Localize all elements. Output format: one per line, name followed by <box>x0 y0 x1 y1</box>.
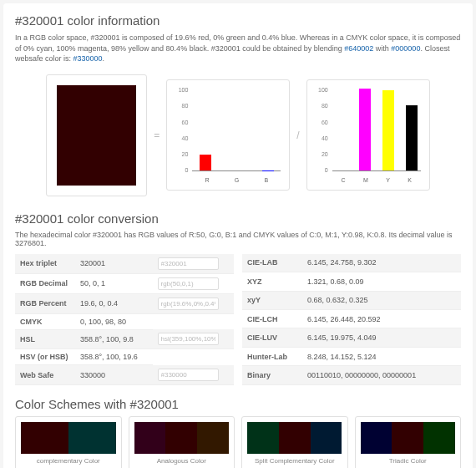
main-swatch <box>57 85 136 186</box>
rgb-chart-panel: 100806040200RGB <box>166 79 290 191</box>
copy-input[interactable] <box>158 277 219 290</box>
scheme-card[interactable]: Split Complementary Color <box>241 416 348 468</box>
cmyk-chart-panel: 100806040200CMYK <box>306 79 430 191</box>
scheme-label: Analogous Color <box>134 457 230 465</box>
scheme-label: Split Complementary Color <box>247 457 342 465</box>
table-row: CIE-LUV6.145, 19.975, 4.049 <box>242 328 461 347</box>
blend-link-2[interactable]: #000000 <box>391 44 420 53</box>
bar-K <box>406 105 418 171</box>
table-row: RGB Decimal50, 0, 1 <box>15 273 234 293</box>
bar-Y <box>382 90 394 170</box>
copy-input[interactable] <box>158 369 219 381</box>
table-row: RGB Percent19.6, 0, 0.4 <box>15 293 234 313</box>
copy-input[interactable] <box>158 298 219 310</box>
scheme-label: Triadic Color <box>361 457 456 465</box>
copy-input[interactable] <box>158 257 219 270</box>
equals-icon: = <box>154 130 160 141</box>
table-row: CIE-LAB6.145, 24.758, 9.302 <box>242 254 461 272</box>
conversion-title: #320001 color conversion <box>15 211 461 226</box>
conversion-table-left: Hex triplet320001RGB Decimal50, 0, 1RGB … <box>15 254 234 385</box>
charts-row: = 100806040200RGB / 100806040200CMYK <box>15 74 461 196</box>
bar-R <box>200 155 211 170</box>
bar-M <box>359 89 371 170</box>
schemes-row-1: complementary ColorAnalogous ColorSplit … <box>15 416 461 468</box>
scheme-card[interactable]: complementary Color <box>15 416 122 468</box>
scheme-card[interactable]: Analogous Color <box>129 416 235 468</box>
table-row: xyY0.68, 0.632, 0.325 <box>242 291 461 309</box>
websafe-link[interactable]: #330000 <box>73 54 103 63</box>
intro-text: In a RGB color space, #320001 is compose… <box>15 33 461 64</box>
table-row: Web Safe330000 <box>15 365 234 385</box>
table-row: HSL358.8°, 100, 9.8 <box>15 329 234 349</box>
table-row: XYZ1.321, 0.68, 0.09 <box>242 272 461 291</box>
table-row: HSV (or HSB)358.8°, 100, 19.6 <box>15 349 234 365</box>
blend-link-1[interactable]: #640002 <box>344 44 373 53</box>
page-title: #320001 color information <box>15 13 461 28</box>
copy-input[interactable] <box>158 333 219 345</box>
main-swatch-panel <box>46 74 147 196</box>
table-row: CIE-LCH6.145, 26.448, 20.592 <box>242 310 461 328</box>
table-row: Hex triplet320001 <box>15 254 234 274</box>
table-row: Binary00110010, 00000000, 00000001 <box>242 366 461 384</box>
conversion-table-right: CIE-LAB6.145, 24.758, 9.302XYZ1.321, 0.6… <box>242 254 461 385</box>
conversion-desc: The hexadecimal color #320001 has RGB va… <box>15 231 461 247</box>
schemes-title: Color Schemes with #320001 <box>15 397 461 411</box>
table-row: CMYK0, 100, 98, 80 <box>15 313 234 329</box>
conversion-tables: Hex triplet320001RGB Decimal50, 0, 1RGB … <box>15 254 461 385</box>
scheme-label: complementary Color <box>21 457 116 465</box>
scheme-card[interactable]: Triadic Color <box>355 416 462 468</box>
table-row: Hunter-Lab8.248, 14.152, 5.124 <box>242 347 461 365</box>
slash-icon: / <box>296 130 299 141</box>
